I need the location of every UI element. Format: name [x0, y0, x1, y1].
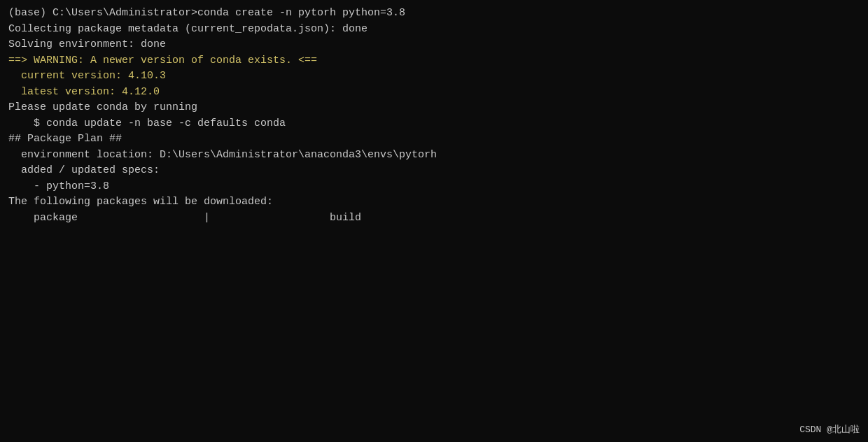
terminal-line: package | build: [8, 211, 860, 227]
terminal-line: Please update conda by running: [8, 100, 860, 116]
terminal-line: - python=3.8: [8, 179, 860, 195]
terminal-line: (base) C:\Users\Administrator>conda crea…: [8, 6, 860, 22]
terminal-line: ==> WARNING: A newer version of conda ex…: [8, 53, 860, 69]
terminal-line: ## Package Plan ##: [8, 131, 860, 148]
terminal-line: current version: 4.10.3: [8, 69, 860, 85]
terminal-window: (base) C:\Users\Administrator>conda crea…: [0, 0, 868, 442]
terminal-line: $ conda update -n base -c defaults conda: [8, 116, 860, 132]
terminal-line: Collecting package metadata (current_rep…: [8, 22, 860, 38]
terminal-line: The following packages will be downloade…: [8, 194, 860, 211]
terminal-line: added / updated specs:: [8, 163, 860, 179]
terminal-line: latest version: 4.12.0: [8, 85, 860, 101]
watermark: CSDN @北山啦: [799, 423, 860, 437]
terminal-line: environment location: D:\Users\Administr…: [8, 148, 860, 164]
terminal-output: (base) C:\Users\Administrator>conda crea…: [8, 6, 860, 226]
terminal-line: Solving environment: done: [8, 37, 860, 53]
